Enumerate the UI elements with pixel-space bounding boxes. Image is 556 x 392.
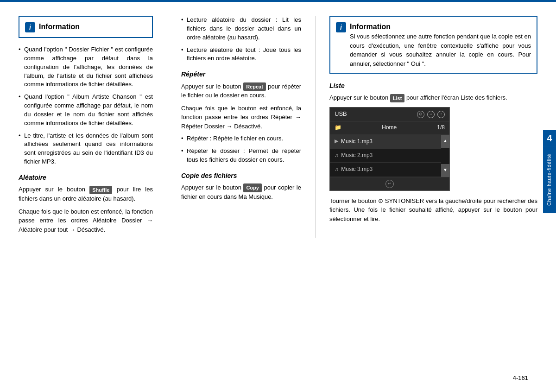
list-item: Lecture aléatoire de tout : Joue tous le… (181, 46, 301, 63)
middle-bullet-list: Lecture aléatoire du dossier : Lit les f… (181, 16, 301, 63)
usb-files-wrapper: ▶ Music 1.mp3 ♫ Music 2.mp3 ♫ Music 3.mp… (330, 135, 449, 177)
usb-icon-circle3: ↑ (437, 111, 445, 118)
col-left: i Information Quand l'option " Dossier F… (19, 16, 167, 238)
info-right-content: Information Si vous sélectionnez une aut… (350, 21, 531, 68)
aleatoire-text3: Chaque fois que le bouton est enfoncé, l… (19, 207, 153, 234)
shuffle-button: Shuffle (89, 186, 112, 195)
content-area: i Information Quand l'option " Dossier F… (0, 2, 556, 252)
page: i Information Quand l'option " Dossier F… (0, 0, 556, 392)
aleatoire-text1: Appuyer sur le bouton Shuffle pour lire … (19, 185, 153, 203)
copie-text: Appuyer sur le bouton Copy pour copier l… (181, 183, 301, 201)
col-middle: Lecture aléatoire du dossier : Lit les f… (167, 16, 315, 238)
repeter-text1: Appuyer sur le bouton Repeat pour répéte… (181, 82, 301, 100)
page-number: 4-161 (513, 374, 528, 383)
info-box-right: i Information Si vous sélectionnez une a… (329, 16, 537, 74)
repeter-text3: Chaque fois que le bouton est enfoncé, l… (181, 104, 301, 131)
list-button: List (390, 94, 405, 103)
copy-button: Copy (243, 183, 262, 192)
list-item: Lecture aléatoire du dossier : Lit les f… (181, 16, 301, 42)
back-button[interactable]: ↩ (385, 180, 394, 188)
usb-file-row-2: ♫ Music 2.mp3 (330, 149, 441, 163)
info-title-right: Information (350, 21, 531, 32)
info-right-text: Si vous sélectionnez une autre fonction … (350, 32, 531, 68)
usb-home-row: 📁 Home 1/8 (330, 121, 449, 134)
play-icon: ▶ (335, 138, 338, 145)
usb-file-name-2: Music 2.mp3 (341, 152, 373, 159)
repeat-button: Repeat (243, 82, 266, 91)
usb-home-folder-icon: 📁 (335, 124, 341, 132)
list-item: Répéter : Répète le fichier en cours. (181, 134, 301, 143)
info-icon-right: i (336, 22, 346, 32)
info-title-left: Information (39, 21, 80, 32)
usb-header: USB ⊙ ↔ ↑ (330, 107, 449, 121)
scroll-up-button[interactable]: ▲ (441, 135, 449, 148)
usb-page-count: 1/8 (437, 124, 445, 132)
usb-icon-circle2: ↔ (427, 111, 435, 118)
list-item: Répéter le dossier : Permet de répéter t… (181, 147, 301, 164)
usb-header-icons: ⊙ ↔ ↑ (417, 111, 445, 118)
list-item: Quand l'option " Album Artiste Chanson "… (19, 93, 153, 127)
repeter-sub-list: Répéter : Répète le fichier en cours. Ré… (181, 134, 301, 164)
info-icon-left: i (25, 22, 35, 32)
liste-title: Liste (329, 81, 537, 90)
usb-file-row-3: ♫ Music 3.mp3 (330, 163, 441, 177)
tab-number: 4 (543, 130, 556, 146)
scroll-down-button[interactable]: ▼ (441, 164, 449, 177)
list-item: Le titre, l'artiste et les données de l'… (19, 132, 153, 166)
usb-file-name-3: Music 3.mp3 (341, 165, 373, 173)
right-tab-container: 4 Chaîne haute-fidélité (543, 130, 556, 213)
tab-label: Chaîne haute-fidélité (543, 146, 556, 213)
usb-label: USB (335, 110, 347, 119)
list-item: Quand l'option " Dossier Fichier " est c… (19, 45, 153, 89)
col-right: i Information Si vous sélectionnez une a… (315, 16, 537, 238)
usb-home-label: Home (382, 124, 397, 132)
usb-file-name-1: Music 1.mp3 (341, 138, 373, 145)
usb-footer: ↩ (330, 177, 449, 190)
syntoniser-text: Tourner le bouton ⊙ SYNTONISER vers la g… (329, 196, 537, 224)
usb-screen: USB ⊙ ↔ ↑ 📁 Home 1/8 ▶ Music 1.mp3 (329, 107, 450, 190)
usb-file-row-1: ▶ Music 1.mp3 (330, 135, 441, 149)
left-bullet-list: Quand l'option " Dossier Fichier " est c… (19, 45, 153, 166)
scroll-buttons[interactable]: ▲ ▼ (441, 135, 449, 177)
aleatoire-title: Aléatoire (19, 173, 153, 182)
music-icon-2: ♫ (335, 152, 338, 159)
copie-title: Copie des fichiers (181, 171, 301, 180)
usb-icon-circle1: ⊙ (417, 111, 424, 118)
music-icon-3: ♫ (335, 166, 338, 173)
liste-text: Appuyer sur le bouton List pour afficher… (329, 93, 537, 102)
repeter-title: Répéter (181, 70, 301, 79)
info-box-left: i Information (19, 16, 153, 38)
